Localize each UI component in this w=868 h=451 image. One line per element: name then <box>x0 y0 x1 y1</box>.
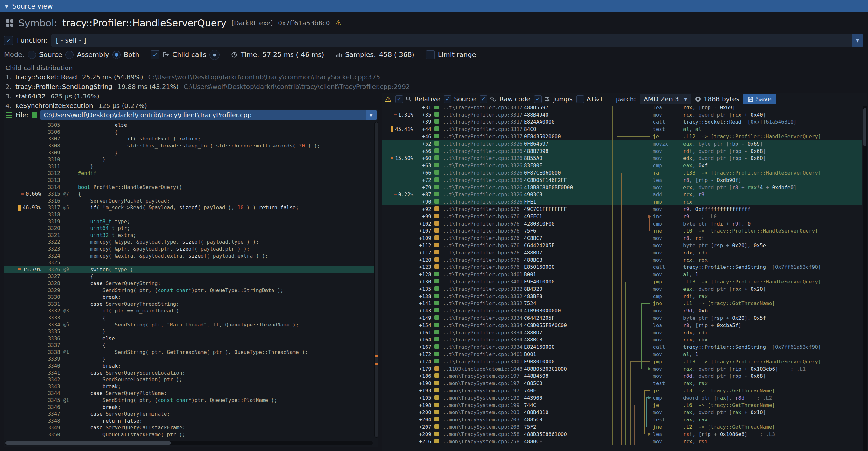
source-line-row[interactable]: 3324 memcpy( &extra, &payload.extra, siz… <box>4 252 374 259</box>
asm-row[interactable]: +46..t\TracyProfiler.cpp:33170F843502000… <box>382 133 862 140</box>
child-call-item[interactable]: 3.stat64i32625 μs (1.36%) <box>5 91 410 101</box>
asm-row[interactable]: +179..1103\include\atomic:1048488B05B63C… <box>382 365 862 373</box>
asm-row[interactable]: +56..t\TracyProfiler.cpp:3326488B7D98mov… <box>382 147 862 155</box>
scrollbar-handle[interactable] <box>375 122 378 437</box>
asm-row[interactable]: 15.50%+60..t\TracyProfiler.cpp:33268B55A… <box>382 155 862 162</box>
source-line-row[interactable]: 3312#endif <box>4 170 374 177</box>
source-line-row[interactable]: 3340 break; <box>4 362 374 369</box>
asm-row[interactable]: +209..mon\TracySystem.cpp:258488D35E8861… <box>382 431 862 438</box>
asm-row[interactable]: +99..t\TracyProfiler.hpp:67649FFC1incr9 … <box>382 213 862 220</box>
jumps-label[interactable]: Jumps <box>553 95 572 103</box>
relative-label[interactable]: Relative <box>414 95 440 103</box>
save-button[interactable]: Save <box>743 94 776 104</box>
source-label[interactable]: Source <box>454 95 476 103</box>
asm-row[interactable]: 0.22%+87..t\TracyProfiler.cpp:33264903C8… <box>382 191 862 199</box>
asm-row[interactable]: +172..t\TracyProfiler.cpp:3401B001moval,… <box>382 351 862 358</box>
relative-checkbox[interactable]: ✓ <box>395 95 403 103</box>
att-label[interactable]: AT&T <box>587 95 603 103</box>
source-line-row[interactable]: 3305 else <box>4 122 374 129</box>
asm-row[interactable]: +167..t\TracyProfiler.cpp:3334E824160000… <box>382 343 862 351</box>
att-checkbox[interactable] <box>577 95 584 103</box>
asm-row[interactable]: +128..t\TracyProfiler.cpp:3401B001moval,… <box>382 271 862 278</box>
hot-line-marker[interactable] <box>375 356 378 357</box>
asm-row[interactable]: +102..t\TracyProfiler.hpp:67642803C0F00c… <box>382 220 862 228</box>
round-toggle-button[interactable]: ● <box>210 50 220 60</box>
source-line-row[interactable]: 3348 return false; <box>4 418 374 425</box>
assembly-vertical-scrollbar[interactable] <box>863 106 867 451</box>
source-line-row[interactable]: 3323 memcpy( &ptr, &payload.ptr, sizeof(… <box>4 246 374 252</box>
function-checkbox[interactable]: ✓ <box>4 36 13 45</box>
source-line-row[interactable]: 3325 <box>4 259 374 266</box>
asm-row[interactable]: +138..t\TracyProfiler.cpp:3332483BF8cmpr… <box>382 293 862 300</box>
source-line-row[interactable]: 3314bool Profiler::HandleServerQuery() <box>4 183 374 190</box>
limit-range-checkbox[interactable] <box>426 50 435 59</box>
source-line-row[interactable]: 3311 } <box>4 163 374 170</box>
source-line-row[interactable]: 3349 case ServerQueryCallstackFrame: <box>4 424 374 431</box>
source-line-row[interactable]: 3332@3 if( ptr == m_mainThread ) <box>4 307 374 314</box>
asm-row[interactable]: +193..mon\TracySystem.cpp:197740Eje.L3 -… <box>382 387 862 394</box>
file-combo[interactable]: C:\Users\wolf\Desktop\darkrl\contrib\tra… <box>40 110 376 120</box>
source-checkbox[interactable]: ✓ <box>444 95 451 103</box>
source-line-row[interactable]: 3350 QueueCallstackFrame( ptr ); <box>4 431 374 438</box>
child-call-item[interactable]: 2.tracy::Profiler::SendLongString19.88 m… <box>5 82 410 91</box>
source-line-row[interactable]: 3313 <box>4 177 374 184</box>
asm-row[interactable]: +117..t\TracyProfiler.hpp:676488BD7movrd… <box>382 249 862 257</box>
source-line-row[interactable]: 3316 ServerQueryPacket payload; <box>4 198 374 205</box>
source-horizontal-scrollbar[interactable] <box>5 441 373 445</box>
asm-row[interactable]: +109..t\TracyProfiler.hpp:6764C8BC7movr8… <box>382 234 862 242</box>
radio-source-label[interactable]: Source <box>39 51 62 59</box>
asm-row[interactable]: +112..t\TracyProfiler.hpp:676C64424205Em… <box>382 242 862 249</box>
asm-row[interactable]: +39..t\TracyProfiler.cpp:3317E824AA0000c… <box>382 119 862 126</box>
asm-row[interactable]: +143..t\TracyProfiler.cpp:333441B90B0000… <box>382 307 862 314</box>
source-line-row[interactable]: 3343 break; <box>4 383 374 390</box>
asm-row[interactable]: +154..t\TracyProfiler.cpp:33344C8D055FBA… <box>382 322 862 329</box>
source-line-row[interactable]: 3330 break; <box>4 294 374 301</box>
asm-row[interactable]: +207..mon\TracySystem.cpp:20375F2jne.L2 … <box>382 423 862 431</box>
child-calls-label[interactable]: Child calls <box>172 51 206 59</box>
child-call-item[interactable]: 1.tracy::Socket::Read25.25 ms (54.89%)C:… <box>5 72 410 82</box>
asm-row[interactable]: +90..t\TracyProfiler.cpp:3326FFE1jmprcx <box>382 198 862 205</box>
chevron-down-icon[interactable]: ▼ <box>366 110 376 120</box>
asm-row[interactable]: +72..t\TracyProfiler.cpp:33264C8D05F146F… <box>382 176 862 184</box>
radio-both[interactable] <box>112 51 121 59</box>
asm-row[interactable]: 45.41%+44..t\TracyProfiler.cpp:331784C0t… <box>382 125 862 133</box>
asm-row[interactable]: +164..t\TracyProfiler.cpp:3334488BCBmovr… <box>382 336 862 344</box>
asm-row[interactable]: +174..t\TracyProfiler.cpp:3401E9B8010000… <box>382 358 862 365</box>
asm-row[interactable]: +200..mon\TracySystem.cpp:203488B4010mov… <box>382 409 862 416</box>
source-line-row[interactable]: 3342 SendSourceLocation( ptr ); <box>4 376 374 383</box>
limit-range-label[interactable]: Limit range <box>438 51 476 59</box>
source-vertical-scrollbar[interactable] <box>374 122 378 438</box>
function-combo[interactable]: [ - self - ] ▼ <box>51 34 863 47</box>
collapse-triangle-icon[interactable]: ▼ <box>5 3 9 9</box>
source-line-row[interactable]: 3347 case ServerQueryTerminate: <box>4 411 374 418</box>
asm-row[interactable]: +198..mon\TracySystem.cpp:199744Cje.L6 -… <box>382 402 862 409</box>
asm-row[interactable]: +161..t\TracyProfiler.cpp:3334488BD7movr… <box>382 329 862 336</box>
source-line-row[interactable]: 3318 <box>4 211 374 218</box>
asm-row[interactable]: +130..t\TracyProfiler.cpp:3401E9E4010000… <box>382 278 862 285</box>
asm-row[interactable]: +31..t\TracyProfiler.cpp:3317488D5597lea… <box>382 106 862 111</box>
asm-row[interactable]: +204..mon\TracySystem.cpp:2034885C0testr… <box>382 416 862 423</box>
source-line-row[interactable]: 15.79%3326@9 switch( type ) <box>4 266 374 273</box>
asm-row[interactable]: +120..t\TracyProfiler.hpp:676488BCBmovrc… <box>382 257 862 264</box>
source-line-row[interactable]: 3331 case ServerQueryThreadString: <box>4 300 374 307</box>
source-line-row[interactable]: 0.66%3315@7{ <box>4 190 374 198</box>
child-calls-checkbox[interactable]: ✓ <box>151 50 159 59</box>
asm-row[interactable]: +141..t\TracyProfiler.cpp:33327524jne.L1… <box>382 300 862 307</box>
jumps-checkbox[interactable]: ✓ <box>534 95 542 103</box>
source-line-row[interactable]: 3327 { <box>4 273 374 280</box>
source-line-row[interactable]: 3333 { <box>4 314 374 321</box>
asm-row[interactable]: +52..t\TracyProfiler.cpp:33260FB64597mov… <box>382 140 862 147</box>
source-line-row[interactable]: 3339 } <box>4 356 374 362</box>
raw-code-checkbox[interactable]: ✓ <box>480 95 487 103</box>
source-line-row[interactable]: 3321 uint32_t extra; <box>4 232 374 239</box>
scrollbar-handle[interactable] <box>5 442 171 445</box>
asm-row[interactable]: +66..t\TracyProfiler.cpp:33260F87CE06000… <box>382 169 862 176</box>
source-line-row[interactable]: 3335 } <box>4 328 374 335</box>
source-line-row[interactable]: 3319 uint8_t type; <box>4 218 374 225</box>
title-bar[interactable]: ▼ Source view <box>0 0 868 12</box>
asm-row[interactable]: +186..mon\TracySystem.cpp:197448B4598mov… <box>382 372 862 380</box>
asm-row[interactable]: +135..t\TracyProfiler.cpp:33328B4320move… <box>382 285 862 293</box>
asm-row[interactable]: 1.31%+35..t\TracyProfiler.cpp:3317488B49… <box>382 111 862 119</box>
asm-row[interactable]: +190..mon\TracySystem.cpp:1974885C0testr… <box>382 380 862 387</box>
source-line-row[interactable]: 3337 { <box>4 342 374 349</box>
